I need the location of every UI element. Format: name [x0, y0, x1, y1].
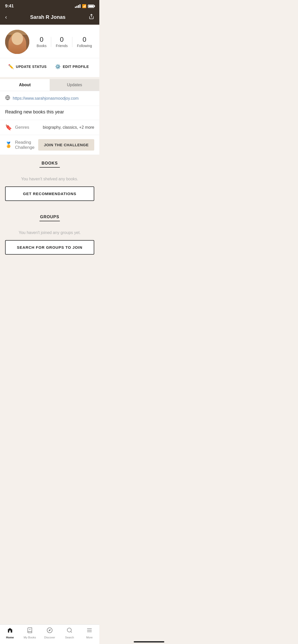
following-count: 0	[77, 36, 92, 43]
svg-rect-1	[5, 30, 29, 54]
following-stat: 0 Following	[77, 36, 92, 48]
website-row: https://www.sarahjonasmoodjoy.com	[0, 91, 99, 106]
svg-point-9	[15, 41, 16, 42]
books-count: 0	[37, 36, 47, 43]
avatar-image	[5, 30, 29, 54]
wifi-icon: 📶	[82, 4, 86, 8]
groups-underline	[39, 221, 60, 221]
edit-profile-label: EDIT PROFILE	[63, 65, 89, 69]
bio-text: Reading new books this year	[5, 109, 94, 115]
pencil-icon: ✏️	[8, 64, 14, 69]
books-section: BOOKS You haven't shelved any books. GET…	[0, 155, 99, 209]
svg-point-5	[11, 35, 23, 48]
battery-icon	[88, 5, 94, 8]
groups-empty-text: You haven't joined any groups yet.	[5, 226, 94, 240]
time: 9:41	[5, 4, 14, 9]
signal-icon	[75, 4, 80, 8]
bookmark-icon: 🔖	[5, 124, 12, 131]
edit-profile-button[interactable]: ⚙️ EDIT PROFILE	[50, 61, 94, 72]
avatar	[5, 30, 29, 54]
friends-label: Friends	[56, 44, 68, 48]
genres-label: Genres	[15, 125, 43, 130]
svg-point-10	[18, 41, 20, 42]
profile-tab-bar: About Updates	[0, 79, 99, 91]
following-label: Following	[77, 44, 92, 48]
globe-icon	[5, 95, 10, 101]
books-section-title: BOOKS	[5, 161, 94, 166]
groups-section: GROUPS You haven't joined any groups yet…	[0, 209, 99, 262]
svg-point-8	[20, 37, 25, 49]
get-recommendations-button[interactable]: GET RECOMMENDATIONS	[5, 186, 94, 201]
medal-icon: 🏅	[5, 142, 12, 148]
share-button[interactable]	[89, 14, 94, 21]
stats-container: 0 Books 0 Friends 0 Following	[34, 36, 94, 48]
svg-point-12	[19, 41, 19, 42]
svg-point-6	[11, 33, 23, 43]
friends-stat: 0 Friends	[56, 36, 68, 48]
genres-row: 🔖 Genres biography, classics, +2 more	[0, 120, 99, 135]
friends-count: 0	[56, 36, 68, 43]
svg-point-3	[7, 48, 27, 54]
svg-rect-4	[15, 44, 19, 49]
stat-divider-1	[51, 37, 51, 47]
gear-icon: ⚙️	[55, 64, 61, 69]
svg-point-11	[15, 41, 16, 42]
books-empty-text: You haven't shelved any books.	[5, 173, 94, 186]
update-status-label: UPDATE STATUS	[16, 65, 47, 69]
about-content: https://www.sarahjonasmoodjoy.com Readin…	[0, 91, 99, 155]
action-buttons: ✏️ UPDATE STATUS ⚙️ EDIT PROFILE	[0, 58, 99, 77]
tab-updates[interactable]: Updates	[50, 79, 99, 91]
reading-challenge-label: Reading Challenge	[15, 140, 38, 150]
bio-row: Reading new books this year	[0, 106, 99, 120]
update-status-button[interactable]: ✏️ UPDATE STATUS	[5, 61, 50, 72]
svg-rect-2	[5, 35, 29, 54]
top-nav: ‹ Sarah R Jonas	[0, 11, 99, 25]
profile-header: 0 Books 0 Friends 0 Following	[0, 25, 99, 58]
back-button[interactable]: ‹	[5, 14, 7, 21]
page-title: Sarah R Jonas	[30, 14, 65, 20]
stat-divider-2	[72, 37, 72, 47]
reading-challenge-row: 🏅 Reading Challenge JOIN THE CHALLENGE	[0, 135, 99, 155]
join-challenge-button[interactable]: JOIN THE CHALLENGE	[38, 139, 94, 151]
books-label: Books	[37, 44, 47, 48]
groups-section-title: GROUPS	[5, 215, 94, 219]
tab-about[interactable]: About	[0, 79, 50, 91]
books-stat: 0 Books	[37, 36, 47, 48]
svg-point-7	[10, 37, 15, 49]
status-bar: 9:41 📶	[0, 0, 99, 11]
website-link[interactable]: https://www.sarahjonasmoodjoy.com	[13, 96, 78, 101]
genres-value: biography, classics, +2 more	[43, 125, 94, 130]
status-icons: 📶	[75, 4, 94, 8]
search-groups-button[interactable]: SEARCH FOR GROUPS TO JOIN	[5, 240, 94, 255]
books-underline	[39, 167, 60, 168]
